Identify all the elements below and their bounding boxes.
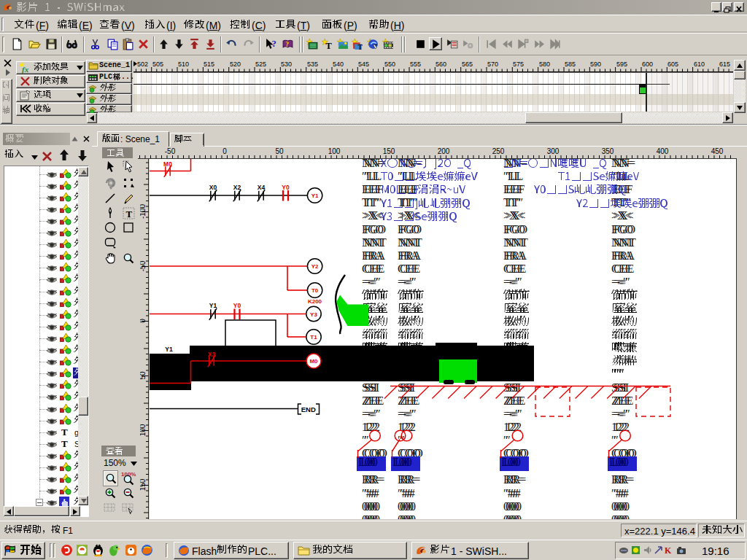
svg-text:540: 540 [333, 61, 344, 68]
svg-text:575: 575 [513, 61, 524, 68]
svg-text:X3: X3 [208, 351, 216, 358]
svg-text:555: 555 [410, 61, 421, 68]
svg-text:X4: X4 [258, 184, 266, 191]
svg-text:600: 600 [642, 61, 653, 68]
svg-text:Y1: Y1 [165, 346, 173, 353]
svg-text:525: 525 [255, 61, 266, 68]
svg-text:400: 400 [657, 147, 669, 155]
svg-text:545: 545 [358, 61, 369, 68]
svg-text:550: 550 [384, 61, 395, 68]
svg-text:200: 200 [438, 147, 450, 155]
svg-text:K: K [665, 545, 672, 556]
svg-text:0: 0 [222, 147, 227, 155]
svg-text:K200: K200 [308, 298, 322, 305]
svg-text:150: 150 [383, 147, 395, 155]
svg-text:565: 565 [462, 61, 473, 68]
svg-text:595: 595 [616, 61, 627, 68]
svg-text:510: 510 [178, 61, 189, 68]
svg-text:T1: T1 [310, 334, 317, 341]
svg-text:fx: fx [22, 65, 29, 74]
svg-text:-50: -50 [165, 147, 176, 155]
svg-text:515: 515 [204, 61, 214, 68]
svg-text:610: 610 [694, 61, 705, 68]
svg-text:615: 615 [719, 61, 730, 68]
svg-text:X2: X2 [233, 184, 241, 191]
svg-text:50: 50 [275, 147, 284, 155]
svg-text:Y0: Y0 [282, 184, 290, 191]
svg-text:505: 505 [152, 61, 163, 68]
svg-text:605: 605 [667, 61, 678, 68]
svg-text:-50: -50 [140, 260, 147, 271]
svg-text:590: 590 [590, 61, 601, 68]
svg-text:530: 530 [281, 61, 292, 68]
svg-text:100: 100 [328, 147, 341, 155]
svg-text:X0: X0 [209, 184, 217, 191]
svg-text:Y1: Y1 [311, 192, 319, 199]
svg-text:450: 450 [711, 147, 724, 155]
svg-text:Y2: Y2 [311, 263, 319, 270]
svg-text:M0: M0 [163, 160, 172, 168]
svg-text:0: 0 [140, 319, 147, 323]
svg-text:150: 150 [140, 478, 147, 491]
svg-text:100: 100 [140, 424, 147, 436]
svg-text:50: 50 [140, 371, 147, 380]
svg-text:?: ? [272, 39, 276, 49]
svg-text:585: 585 [565, 61, 576, 68]
svg-text:Y1: Y1 [209, 302, 217, 309]
svg-text:535: 535 [307, 61, 318, 68]
svg-text:Y3: Y3 [310, 311, 317, 318]
svg-text:560: 560 [436, 61, 446, 68]
svg-text:END: END [301, 405, 316, 413]
svg-text:T: T [358, 43, 363, 50]
svg-text:T: T [126, 209, 133, 219]
svg-text:520: 520 [230, 61, 241, 68]
svg-text:570: 570 [487, 61, 498, 68]
svg-text:350: 350 [602, 147, 614, 155]
svg-text:-100: -100 [140, 204, 147, 219]
svg-text:M0: M0 [309, 358, 318, 365]
svg-text:250: 250 [492, 147, 505, 155]
svg-text:T: T [325, 41, 332, 50]
svg-text:300: 300 [547, 147, 560, 155]
svg-text:T0: T0 [311, 287, 319, 294]
svg-text:?: ? [285, 40, 289, 48]
svg-text:Y0: Y0 [233, 302, 241, 309]
svg-text:580: 580 [539, 61, 550, 68]
svg-text:502: 502 [137, 61, 148, 68]
